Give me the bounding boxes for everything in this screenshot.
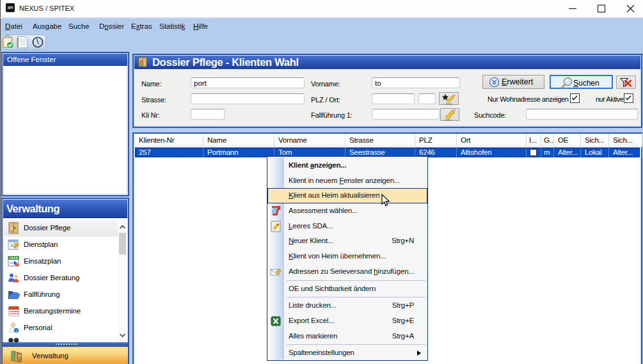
- svg-text:i: i: [16, 328, 17, 333]
